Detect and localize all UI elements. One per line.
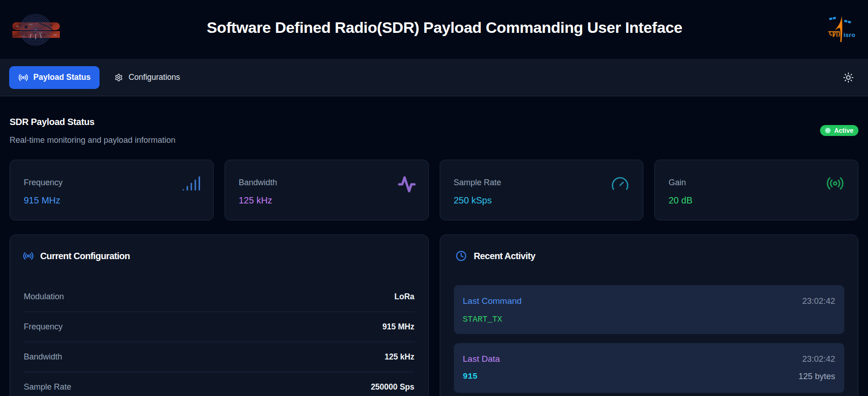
svg-text:isro: isro [844, 31, 856, 38]
